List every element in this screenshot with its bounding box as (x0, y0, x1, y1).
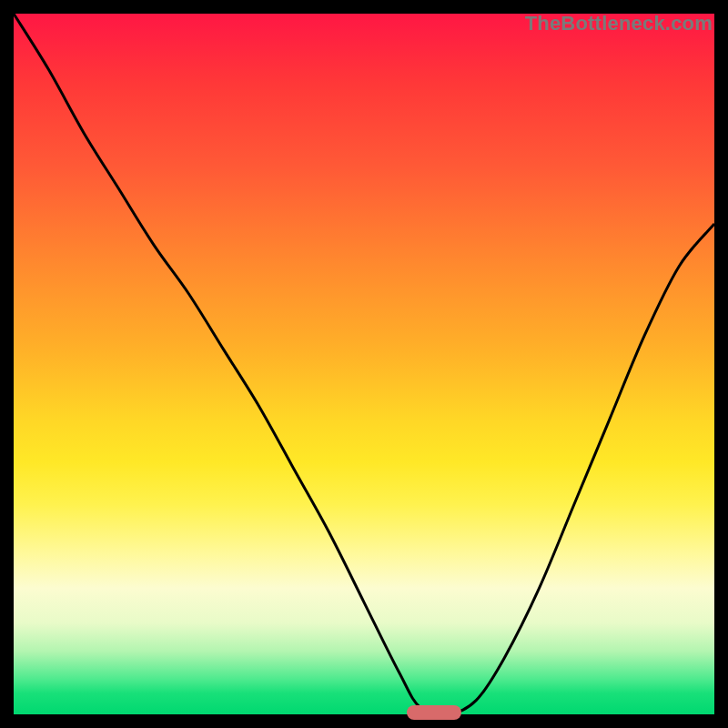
chart-plot-area: TheBottleneck.com (14, 14, 714, 714)
optimal-marker (407, 705, 461, 720)
bottleneck-curve-path (14, 14, 714, 714)
chart-curve (14, 14, 714, 714)
chart-frame: TheBottleneck.com (0, 0, 728, 728)
